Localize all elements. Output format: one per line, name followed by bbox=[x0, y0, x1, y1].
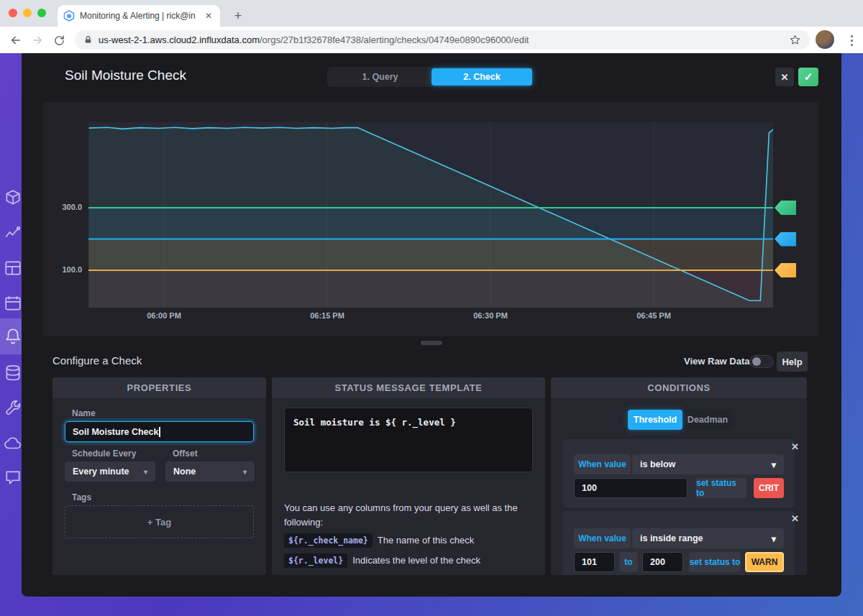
conditions-body: Threshold Deadman ✕ When value is below▾… bbox=[551, 398, 807, 575]
close-icon: ✕ bbox=[781, 72, 789, 83]
name-label: Name bbox=[72, 408, 96, 418]
x-axis-tick: 06:00 PM bbox=[139, 311, 189, 320]
template-var-row: ${r._check_name}The name of this check bbox=[284, 533, 474, 548]
browser-tab-strip: Monitoring & Alerting | rick@in ✕ + bbox=[0, 0, 863, 27]
schedule-every-label: Schedule Every bbox=[72, 449, 136, 459]
forward-icon[interactable] bbox=[29, 32, 46, 49]
url-path: /orgs/27b1f32678fe4738/alerting/checks/0… bbox=[260, 35, 529, 45]
status-level-button-crit[interactable]: CRIT bbox=[754, 478, 784, 498]
tab-query[interactable]: 1. Query bbox=[329, 68, 432, 86]
check-name-title[interactable]: Soil Moisture Check bbox=[65, 68, 186, 83]
threshold-handle-ok[interactable] bbox=[775, 201, 796, 215]
editor-step-tabs: 1. Query 2. Check bbox=[327, 67, 534, 87]
remove-condition-icon[interactable]: ✕ bbox=[791, 513, 799, 524]
condition-card-warn: ✕ When value is inside range▾ 101 to 200… bbox=[563, 511, 795, 575]
offset-value: None bbox=[173, 466, 196, 477]
browser-toolbar: us-west-2-1.aws.cloud2.influxdata.com/or… bbox=[0, 27, 863, 53]
properties-body: Name Soil Moisture Check Schedule Every … bbox=[52, 398, 266, 575]
check-name-value: Soil Moisture Check bbox=[73, 427, 158, 437]
properties-panel: PROPERTIES Name Soil Moisture Check Sche… bbox=[52, 377, 266, 575]
text-cursor bbox=[159, 427, 160, 437]
view-raw-data-label: View Raw Data bbox=[684, 356, 750, 367]
tasks-calendar-icon[interactable] bbox=[4, 294, 22, 313]
alerts-bell-icon[interactable] bbox=[4, 327, 22, 346]
reload-icon[interactable] bbox=[50, 32, 68, 49]
back-icon[interactable] bbox=[7, 32, 24, 49]
cloud-icon[interactable] bbox=[4, 434, 22, 453]
status-message-body: Soil moisture is ${ r._level } You can u… bbox=[272, 398, 545, 575]
window-controls bbox=[9, 9, 46, 17]
range-min-input[interactable]: 101 bbox=[574, 552, 615, 572]
view-raw-data-toggle[interactable] bbox=[749, 355, 774, 368]
offset-dropdown[interactable]: None▾ bbox=[165, 461, 255, 482]
status-level-button-warn[interactable]: WARN bbox=[745, 552, 784, 572]
influxdb-favicon bbox=[63, 10, 75, 22]
chart-plot-area bbox=[88, 122, 773, 308]
minimize-window-button[interactable] bbox=[23, 9, 32, 17]
url-bar[interactable]: us-west-2-1.aws.cloud2.influxdata.com/or… bbox=[75, 30, 810, 50]
status-message-panel: STATUS MESSAGE TEMPLATE Soil moisture is… bbox=[272, 377, 545, 575]
when-value-chip: When value bbox=[574, 528, 631, 548]
threshold-handle-warn[interactable] bbox=[775, 263, 796, 277]
operator-dropdown[interactable]: is below▾ bbox=[632, 454, 784, 474]
var-level-desc: Indicates the level of the check bbox=[352, 555, 480, 566]
dashboards-icon[interactable] bbox=[4, 259, 22, 277]
browser-tab[interactable]: Monitoring & Alerting | rick@in ✕ bbox=[58, 5, 220, 27]
tab-title: Monitoring & Alerting | rick@in bbox=[80, 11, 203, 21]
when-value-chip: When value bbox=[574, 454, 631, 474]
toggle-knob bbox=[752, 357, 761, 366]
tags-label: Tags bbox=[72, 492, 91, 502]
profile-avatar[interactable] bbox=[816, 30, 834, 49]
chevron-down-icon: ▾ bbox=[772, 533, 776, 544]
chart-svg bbox=[88, 122, 773, 308]
graph-icon[interactable] bbox=[4, 224, 22, 242]
status-message-textarea[interactable]: Soil moisture is ${ r._level } bbox=[284, 408, 533, 472]
x-axis-tick: 06:30 PM bbox=[465, 311, 516, 320]
conditions-header: CONDITIONS bbox=[551, 377, 807, 398]
set-status-to-chip: set status to bbox=[689, 552, 741, 572]
y-axis-tick: 300.0 bbox=[43, 203, 82, 211]
range-max-input[interactable]: 200 bbox=[642, 552, 683, 572]
template-help-text: You can use any columns from your query … bbox=[284, 501, 534, 530]
x-axis-tick: 06:45 PM bbox=[629, 311, 679, 320]
maximize-window-button[interactable] bbox=[37, 9, 46, 17]
deadman-toggle-button[interactable]: Deadman bbox=[682, 410, 733, 430]
threshold-toggle-button[interactable]: Threshold bbox=[628, 410, 682, 430]
add-tag-button[interactable]: + Tag bbox=[65, 505, 254, 538]
bookmark-star-icon[interactable] bbox=[789, 34, 801, 46]
threshold-handle-info[interactable] bbox=[775, 232, 796, 247]
check-name-input[interactable]: Soil Moisture Check bbox=[65, 421, 254, 442]
save-check-button[interactable]: ✓ bbox=[798, 68, 818, 86]
configure-section-title: Configure a Check bbox=[52, 354, 142, 367]
browser-menu-icon[interactable] bbox=[844, 32, 859, 49]
new-tab-button[interactable]: + bbox=[229, 6, 247, 25]
operator-value: is below bbox=[640, 459, 675, 469]
template-var-row: ${r._level}Indicates the level of the ch… bbox=[284, 553, 480, 568]
remove-condition-icon[interactable]: ✕ bbox=[791, 441, 799, 452]
wrench-icon[interactable] bbox=[4, 399, 22, 418]
operator-dropdown[interactable]: is inside range▾ bbox=[632, 528, 784, 548]
operator-value: is inside range bbox=[640, 533, 703, 543]
schedule-every-dropdown[interactable]: Every minute▾ bbox=[65, 461, 155, 482]
close-window-button[interactable] bbox=[9, 9, 17, 17]
lock-icon bbox=[83, 35, 93, 45]
offset-label: Offset bbox=[173, 449, 198, 459]
tab-close-icon[interactable]: ✕ bbox=[203, 11, 214, 21]
status-message-header: STATUS MESSAGE TEMPLATE bbox=[272, 377, 545, 398]
checkmark-icon: ✓ bbox=[804, 70, 813, 83]
threshold-value-input[interactable]: 100 bbox=[574, 478, 688, 498]
x-axis-tick: 06:15 PM bbox=[302, 311, 352, 320]
set-status-to-chip: set status to bbox=[696, 478, 746, 498]
check-editor-overlay: Soil Moisture Check 1. Query 2. Check ✕ … bbox=[22, 53, 841, 597]
check-preview-chart-panel: 300.0 100.0 06:00 PM 06:15 PM 06:30 PM 0… bbox=[43, 102, 818, 336]
database-icon[interactable] bbox=[4, 364, 22, 382]
tab-check[interactable]: 2. Check bbox=[432, 68, 532, 86]
feedback-chat-icon[interactable] bbox=[4, 469, 22, 487]
conditions-panel: CONDITIONS Threshold Deadman ✕ When valu… bbox=[551, 377, 807, 575]
help-button[interactable]: Help bbox=[777, 351, 808, 372]
box-icon[interactable] bbox=[4, 188, 22, 207]
cancel-button[interactable]: ✕ bbox=[775, 68, 794, 86]
check-type-toggle: Threshold Deadman bbox=[628, 410, 733, 430]
resize-drag-handle[interactable] bbox=[421, 341, 442, 345]
chevron-down-icon: ▾ bbox=[144, 468, 147, 476]
